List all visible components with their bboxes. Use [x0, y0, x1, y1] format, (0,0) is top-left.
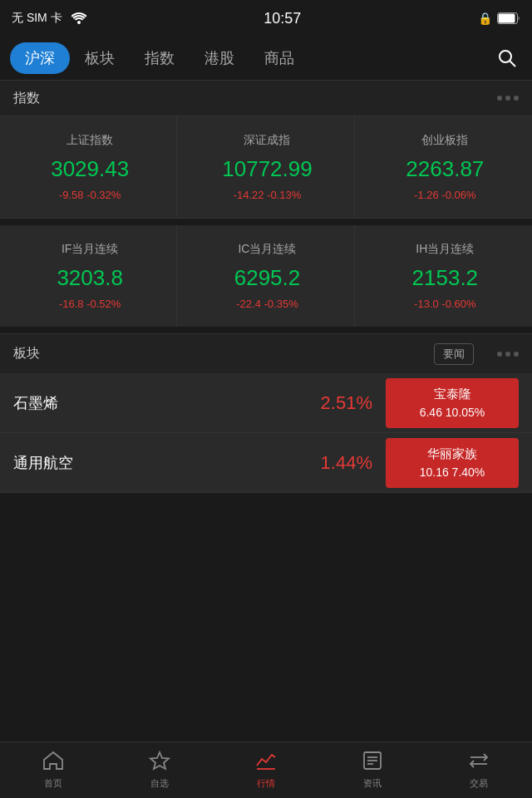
sector-dot-3	[514, 352, 519, 357]
nav-tab-ganggu[interactable]: 港股	[190, 42, 249, 74]
dot-1	[497, 96, 502, 101]
status-right: 🔒	[478, 12, 520, 25]
futures-grid: IF当月连续 3203.8 -16.8 -0.52% IC当月连续 6295.2…	[0, 225, 532, 333]
index-section-title: 指数	[13, 90, 40, 107]
sector-stock-val-1: 10.16 7.40%	[420, 466, 485, 479]
tab-watchlist-label: 自选	[150, 777, 169, 790]
sector-stock-name-0: 宝泰隆	[434, 387, 471, 402]
search-button[interactable]	[492, 43, 522, 73]
sector-row-1[interactable]: 通用航空 1.44% 华丽家族 10.16 7.40%	[0, 433, 532, 493]
nav-tab-bankuai[interactable]: 板块	[70, 42, 130, 74]
futures-value-1: 6295.2	[189, 265, 345, 291]
index-grid: 上证指数 3029.43 -9.58 -0.32% 深证成指 10772.99 …	[0, 116, 532, 219]
tab-trade-label: 交易	[470, 777, 488, 790]
gap-1	[0, 219, 532, 225]
svg-line-4	[510, 62, 516, 67]
futures-change-0: -16.8 -0.52%	[12, 298, 168, 310]
futures-change-1: -22.4 -0.35%	[189, 298, 345, 310]
index-card-shenzhen[interactable]: 深证成指 10772.99 -14.22 -0.13%	[177, 116, 354, 218]
nav-tab-huishen[interactable]: 沪深	[10, 42, 70, 74]
index-change-2: -1.26 -0.06%	[367, 189, 524, 201]
index-section-dots[interactable]	[497, 96, 519, 101]
index-change-0: -9.58 -0.32%	[12, 189, 168, 201]
news-icon	[362, 751, 383, 774]
nav-tab-zhishu[interactable]: 指数	[130, 42, 190, 74]
tab-bar: 首页 自选 行情 资讯	[0, 741, 532, 798]
futures-card-ih[interactable]: IH当月连续 2153.2 -13.0 -0.60%	[355, 225, 532, 327]
status-time: 10:57	[264, 10, 301, 27]
tab-home[interactable]: 首页	[0, 751, 106, 790]
star-icon	[149, 751, 170, 774]
lock-icon: 🔒	[478, 12, 492, 25]
index-name-0: 上证指数	[12, 133, 168, 148]
futures-name-0: IF当月连续	[12, 242, 168, 257]
tab-home-label: 首页	[44, 777, 62, 790]
index-value-2: 2263.87	[367, 156, 524, 182]
sector-badge[interactable]: 要闻	[434, 343, 474, 365]
status-bar: 无 SIM 卡 10:57 🔒	[0, 0, 532, 37]
futures-card-ic[interactable]: IC当月连续 6295.2 -22.4 -0.35%	[177, 225, 354, 327]
sector-stock-0[interactable]: 宝泰隆 6.46 10.05%	[386, 378, 519, 428]
sector-pct-1: 1.44%	[321, 452, 372, 474]
index-value-0: 3029.43	[12, 156, 168, 182]
sector-name-1: 通用航空	[13, 453, 321, 473]
trade-icon	[468, 751, 490, 774]
tab-trade[interactable]: 交易	[426, 751, 532, 790]
futures-card-if[interactable]: IF当月连续 3203.8 -16.8 -0.52%	[0, 225, 177, 327]
sector-name-0: 石墨烯	[13, 393, 321, 413]
dot-3	[514, 96, 519, 101]
index-card-chuangye[interactable]: 创业板指 2263.87 -1.26 -0.06%	[355, 116, 532, 218]
sector-stock-name-1: 华丽家族	[427, 446, 477, 462]
sector-pct-0: 2.51%	[321, 392, 372, 414]
futures-name-1: IC当月连续	[189, 242, 345, 257]
tab-watchlist[interactable]: 自选	[106, 751, 213, 790]
nav-tab-shangpin[interactable]: 商品	[249, 42, 309, 74]
svg-point-0	[77, 21, 81, 24]
sector-dots[interactable]	[497, 352, 519, 357]
svg-point-3	[500, 51, 511, 62]
tab-news-label: 资讯	[363, 777, 382, 790]
index-change-1: -14.22 -0.13%	[189, 189, 345, 201]
tab-news[interactable]: 资讯	[319, 751, 426, 790]
chart-icon	[255, 751, 277, 774]
svg-rect-2	[498, 14, 515, 23]
sector-section-title: 板块	[13, 345, 40, 362]
futures-change-2: -13.0 -0.60%	[367, 298, 524, 310]
sector-section-header: 板块 要闻	[0, 333, 532, 373]
dot-2	[505, 96, 510, 101]
index-card-shangzheng[interactable]: 上证指数 3029.43 -9.58 -0.32%	[0, 116, 177, 218]
sector-dot-1	[497, 352, 502, 357]
index-section-header: 指数	[0, 80, 532, 116]
sector-row-0[interactable]: 石墨烯 2.51% 宝泰隆 6.46 10.05%	[0, 373, 532, 433]
index-name-2: 创业板指	[367, 133, 524, 148]
futures-value-0: 3203.8	[12, 265, 168, 291]
futures-value-2: 2153.2	[367, 265, 524, 291]
sector-stock-1[interactable]: 华丽家族 10.16 7.40%	[386, 438, 519, 488]
status-carrier: 无 SIM 卡	[12, 11, 86, 26]
svg-marker-5	[150, 752, 169, 769]
index-value-1: 10772.99	[189, 156, 345, 182]
index-name-1: 深证成指	[189, 133, 345, 148]
sector-stock-val-0: 6.46 10.05%	[420, 406, 485, 419]
futures-name-2: IH当月连续	[367, 242, 524, 257]
nav-bar: 沪深 板块 指数 港股 商品	[0, 37, 532, 80]
home-icon	[42, 751, 64, 774]
tab-market-label: 行情	[257, 777, 275, 790]
sector-dot-2	[505, 352, 510, 357]
tab-market[interactable]: 行情	[213, 751, 319, 790]
